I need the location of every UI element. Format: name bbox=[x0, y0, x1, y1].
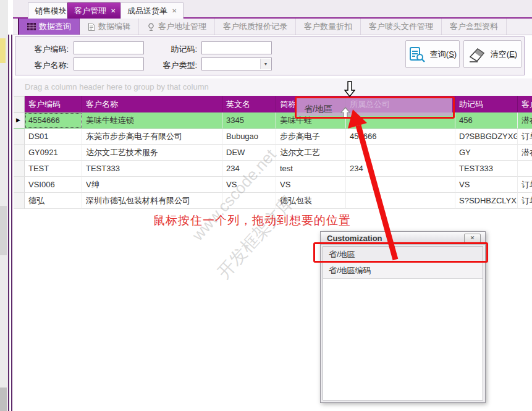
query-button-label: 查询(S) bbox=[430, 49, 457, 60]
cell-parent-company[interactable] bbox=[346, 193, 455, 209]
cell-customer-code[interactable]: DS01 bbox=[25, 129, 82, 145]
tab-sales-module[interactable]: 销售模块 bbox=[28, 2, 74, 19]
table-row[interactable]: ▶ 4554666 美味牛蛙连锁 3345 美味牛蛙 420 456 潜在 bbox=[14, 112, 532, 129]
subtab-data-query[interactable]: 数据查询 bbox=[18, 19, 80, 35]
subtab-label: 客户纸质报价记录 bbox=[223, 21, 287, 32]
cell-short-name[interactable]: VS bbox=[276, 177, 346, 193]
column-header[interactable]: 客户名称 bbox=[82, 96, 222, 112]
cell-mnemonic[interactable]: TEST333 bbox=[455, 161, 518, 177]
document-tabbar: 销售模块 客户管理 ✕ 成品送货单 ✕ bbox=[13, 0, 532, 19]
cell-english-name[interactable]: Bubugao bbox=[222, 129, 276, 145]
clear-button[interactable]: 清空(E) bbox=[463, 40, 521, 68]
tab-label: 成品送货单 bbox=[127, 6, 167, 17]
mnemonic-code-input[interactable] bbox=[201, 41, 272, 54]
cell-short-name[interactable]: test bbox=[276, 161, 346, 177]
dialog-column-list: 省/地區 省/地區编码 bbox=[323, 246, 483, 400]
tab-label: 客户管理 bbox=[74, 6, 106, 17]
query-button[interactable]: 查询(S) bbox=[405, 40, 460, 68]
cell-parent-company[interactable] bbox=[346, 145, 455, 161]
cell-parent-company[interactable]: 234 bbox=[346, 161, 455, 177]
close-icon[interactable]: ✕ bbox=[111, 8, 116, 14]
cell-mnemonic[interactable]: D?SBBGDZYXGS bbox=[455, 129, 518, 145]
left-scrollbar-thumb[interactable] bbox=[0, 206, 7, 255]
cell-mnemonic[interactable]: GY bbox=[455, 145, 518, 161]
customer-name-input[interactable] bbox=[74, 57, 144, 70]
cell-customer-name[interactable]: 深圳市德弘包装材料有限公司 bbox=[82, 193, 222, 209]
search-panel: 客户编码: 助记码: 客户名称: 客户类型: ▼ 查询(S) 清空(E) bbox=[15, 36, 525, 75]
tab-customer-management[interactable]: 客户管理 ✕ bbox=[67, 2, 122, 19]
column-header[interactable]: 助记码 bbox=[455, 96, 518, 112]
dialog-close-button[interactable]: ✕ bbox=[464, 234, 481, 243]
grid-icon bbox=[27, 23, 36, 30]
cell-customer-type[interactable]: 订单 bbox=[518, 193, 532, 209]
cell-customer-name[interactable]: 美味牛蛙连锁 bbox=[82, 112, 222, 129]
cell-english-name[interactable]: 234 bbox=[222, 161, 276, 177]
cell-customer-code[interactable]: 4554666 bbox=[25, 112, 82, 129]
cell-english-name[interactable]: DEW bbox=[222, 145, 276, 161]
drag-cursor-icon bbox=[344, 81, 355, 97]
cell-customer-code[interactable]: TEST bbox=[25, 161, 82, 177]
row-indicator bbox=[14, 177, 25, 193]
subtab-quantity-discount[interactable]: 客户数量折扣 bbox=[296, 19, 361, 35]
table-row[interactable]: 德弘 深圳市德弘包装材料有限公司 德弘包装 S?SDHBZCLYX... 订单 bbox=[14, 193, 532, 209]
chevron-down-icon[interactable]: ▼ bbox=[260, 59, 271, 69]
cell-customer-code[interactable]: GY0921 bbox=[25, 145, 82, 161]
customer-code-label: 客户编码: bbox=[30, 44, 69, 55]
cell-customer-type[interactable] bbox=[518, 161, 532, 177]
tutorial-annotation: 鼠标按住一个列，拖动到想要的位置 bbox=[153, 213, 351, 229]
subtab-customer-address[interactable]: 客户地址管理 bbox=[139, 19, 215, 35]
cell-english-name[interactable]: 3345 bbox=[222, 112, 276, 129]
cell-customer-type[interactable]: 订单 bbox=[518, 177, 532, 193]
tab-delivery-note[interactable]: 成品送货单 ✕ bbox=[120, 2, 184, 19]
column-header[interactable]: 英文名 bbox=[222, 96, 276, 112]
cell-mnemonic[interactable]: 456 bbox=[455, 112, 518, 129]
table-row[interactable]: VSI006 V绅 VS VS VS 订单 bbox=[14, 177, 532, 193]
window-border-line bbox=[11, 35, 12, 411]
drop-position-indicator-icon bbox=[340, 107, 350, 118]
subtab-label: 客户盒型资料 bbox=[450, 21, 498, 32]
cell-customer-code[interactable]: 德弘 bbox=[25, 193, 82, 209]
left-dock-highlight bbox=[0, 38, 6, 63]
group-by-bar[interactable]: Drag a column header here to group by th… bbox=[13, 78, 532, 96]
table-row[interactable]: GY0921 达尔文工艺技术服务 DEW 达尔文工艺 GY 潜在 bbox=[14, 145, 532, 161]
customer-type-dropdown[interactable]: ▼ bbox=[201, 57, 272, 70]
subtab-label: 客户地址管理 bbox=[158, 21, 206, 32]
cell-customer-type[interactable]: 潜在 bbox=[518, 145, 532, 161]
cell-short-name[interactable]: 达尔文工艺 bbox=[276, 145, 346, 161]
cell-mnemonic[interactable]: S?SDHBZCLYX... bbox=[455, 193, 518, 209]
header-indicator-cell bbox=[14, 96, 25, 112]
subtab-data-edit[interactable]: 数据编辑 bbox=[80, 19, 139, 35]
cell-english-name[interactable]: VS bbox=[222, 177, 276, 193]
mnemonic-code-label: 助记码: bbox=[159, 44, 197, 55]
table-row[interactable]: DS01 东莞市步步高电子有限公司 Bubugao 步步高电子 455666 D… bbox=[14, 129, 532, 145]
cell-english-name[interactable] bbox=[222, 193, 276, 209]
subtab-paper-quotation[interactable]: 客户纸质报价记录 bbox=[215, 19, 296, 35]
customer-code-input[interactable] bbox=[74, 41, 144, 54]
customization-dialog: Customization ✕ 省/地區 省/地區编码 bbox=[320, 231, 486, 403]
cell-customer-name[interactable]: 达尔文工艺技术服务 bbox=[82, 145, 222, 161]
close-icon[interactable]: ✕ bbox=[172, 8, 177, 14]
cell-customer-type[interactable]: 潜在 bbox=[518, 112, 532, 129]
cell-short-name[interactable]: 德弘包装 bbox=[276, 193, 346, 209]
cell-parent-company[interactable]: 455666 bbox=[346, 129, 455, 145]
dialog-title[interactable]: Customization bbox=[321, 232, 485, 245]
column-header[interactable]: 客户编码 bbox=[25, 96, 82, 112]
list-item-province-region-code[interactable]: 省/地區编码 bbox=[323, 263, 483, 279]
column-header[interactable]: 客户 bbox=[518, 96, 532, 112]
cell-customer-name[interactable]: V绅 bbox=[82, 177, 222, 193]
cell-customer-name[interactable]: TEST333 bbox=[82, 161, 222, 177]
cell-parent-company[interactable] bbox=[346, 177, 455, 193]
cell-customer-name[interactable]: 东莞市步步高电子有限公司 bbox=[82, 129, 222, 145]
subtab-box-type-data[interactable]: 客户盒型资料 bbox=[442, 19, 507, 35]
row-indicator bbox=[14, 145, 25, 161]
list-item-province-region[interactable]: 省/地區 bbox=[323, 247, 483, 263]
cell-short-name[interactable]: 步步高电子 bbox=[276, 129, 346, 145]
table-row[interactable]: TEST TEST333 234 test 234 TEST333 bbox=[14, 161, 532, 177]
subtab-shipping-mark-files[interactable]: 客户唛头文件管理 bbox=[361, 19, 442, 35]
cell-mnemonic[interactable]: VS bbox=[455, 177, 518, 193]
cell-customer-code[interactable]: VSI006 bbox=[25, 177, 82, 193]
left-scrollbar-bottom[interactable] bbox=[0, 388, 7, 411]
cell-customer-type[interactable]: 订单 bbox=[518, 129, 532, 145]
subtab-label: 客户唛头文件管理 bbox=[369, 21, 433, 32]
dragged-column-label: 省/地區 bbox=[304, 104, 332, 115]
